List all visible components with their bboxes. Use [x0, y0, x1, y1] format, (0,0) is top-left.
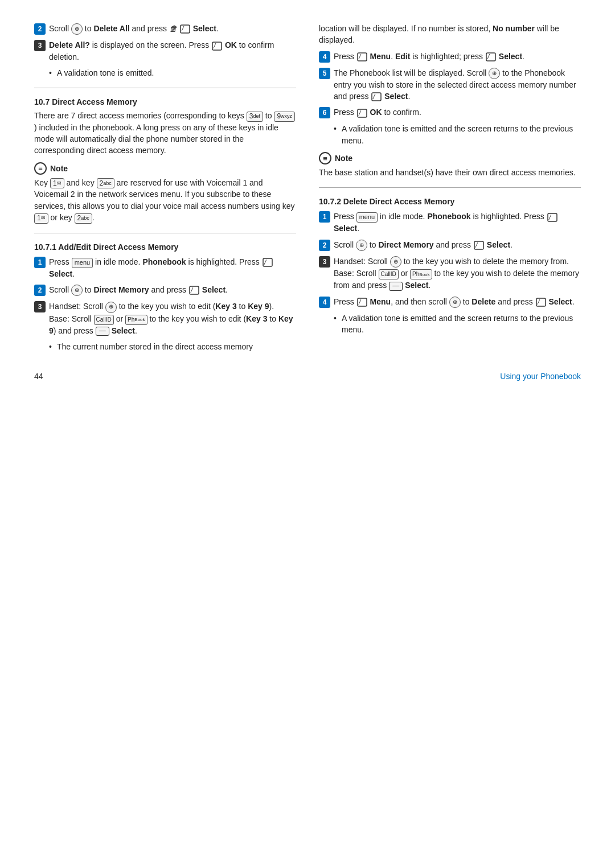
right-top-text: location will be displayed. If no number… [319, 23, 581, 46]
select-slash-1072-1: / [547, 213, 557, 222]
left-column: 2 Scroll ⊕ to Delete All and press 🗑 / S… [34, 23, 296, 355]
divider-1 [34, 88, 296, 88]
select-slash-icon: / [180, 24, 190, 34]
key-3: 3def [247, 112, 263, 122]
step-1072-2: 2 Scroll ⊕ to Direct Memory and press / … [319, 239, 581, 251]
step-1071-1: 1 Press menu in idle mode. Phonebook is … [34, 256, 296, 279]
section-1072-heading: 10.7.2 Delete Direct Access Memory [319, 197, 581, 206]
step-right-5-content: The Phonebook list will be displayed. Sc… [334, 67, 581, 102]
select-slash-1071-1: / [263, 258, 273, 267]
step-badge-1072-2: 2 [319, 240, 330, 251]
section-107-body: There are 7 direct access memories (corr… [34, 110, 296, 157]
step-badge-1072-3: 3 [319, 256, 330, 268]
step-badge-1071-2: 2 [34, 285, 46, 296]
step-badge-1072-1: 1 [319, 211, 330, 223]
scroll-icon-2pre: ⊕ [71, 23, 83, 35]
svg-text:/: / [475, 241, 478, 249]
ok-slash-icon: / [212, 42, 222, 51]
note-key-1: 1✉ [50, 178, 64, 188]
svg-text:/: / [264, 258, 267, 266]
page-number: 44 [34, 372, 43, 381]
divider-2 [34, 233, 296, 233]
step-right-4: 4 Press / Menu. Edit is highlighted; pre… [319, 51, 581, 63]
step-badge-1072-4: 4 [319, 297, 330, 308]
bullet-right-6: A validation tone is emitted and the scr… [342, 123, 581, 146]
step-1072-1: 1 Press menu in idle mode. Phonebook is … [319, 211, 581, 234]
step-2-pre-content: Scroll ⊕ to Delete All and press 🗑 / Sel… [49, 23, 296, 35]
note-key-2: 2abc [97, 178, 114, 188]
bullet-validation-pre: A validation tone is emitted. [57, 67, 296, 79]
svg-text:/: / [181, 25, 184, 33]
select-slash-1072-4: / [536, 298, 546, 307]
step-1071-2: 2 Scroll ⊕ to Direct Memory and press / … [34, 284, 296, 296]
step-right-5: 5 The Phonebook list will be displayed. … [319, 67, 581, 102]
svg-text:/: / [358, 298, 362, 306]
note-box-1: ≡ Note Key 1✉ and key 2abc are reserved … [34, 162, 296, 224]
right-column: location will be displayed. If no number… [319, 23, 581, 355]
ok-slash-right-6: / [357, 109, 367, 118]
footer-text: Using your Phonebook [500, 372, 581, 381]
menu-key-1071-1: menu [72, 258, 93, 268]
note-text-2: The base station and handset(s) have the… [319, 167, 581, 178]
scroll-icon-1071-2: ⊕ [71, 285, 83, 296]
svg-text:/: / [190, 286, 194, 294]
note-box-2: ≡ Note The base station and handset(s) h… [319, 152, 581, 178]
step-badge-right-6: 6 [319, 107, 330, 118]
svg-text:/: / [537, 298, 540, 306]
svg-text:/: / [548, 213, 552, 221]
step-3-pre-content: Delete All? is displayed on the screen. … [49, 39, 296, 63]
divider-right-1 [319, 187, 581, 188]
phbook-icon-1071-3: PhBook [125, 315, 147, 325]
step-badge-3-pre: 3 [34, 40, 46, 51]
scroll-icon-1072-2: ⊕ [356, 240, 367, 251]
step-1071-1-content: Press menu in idle mode. Phonebook is hi… [49, 256, 296, 279]
note-key-2b: 2abc [75, 213, 92, 224]
scroll-icon-right-5: ⊕ [489, 68, 500, 79]
step-1072-3: 3 Handset: Scroll ⊕ to the key you wish … [319, 256, 581, 291]
minus-btn-1071-3: — [96, 327, 109, 336]
note-icon-1: ≡ [34, 162, 47, 175]
step-3-pre: 3 Delete All? is displayed on the screen… [34, 39, 296, 63]
step-badge-1071-3: 3 [34, 301, 46, 312]
scroll-icon-1072-3a: ⊕ [390, 256, 401, 268]
callid-icon-1071-3: CallID [94, 315, 114, 325]
step-1071-3-content: Handset: Scroll ⊕ to the key you wish to… [49, 301, 296, 336]
step-1072-1-content: Press menu in idle mode. Phonebook is hi… [334, 211, 581, 234]
note-title-1: ≡ Note [34, 162, 296, 175]
svg-text:/: / [487, 53, 490, 61]
scroll-icon-1071-3a: ⊕ [105, 302, 117, 313]
step-right-4-content: Press / Menu. Edit is highlighted; press… [334, 51, 581, 62]
page-footer: 44 Using your Phonebook [34, 372, 581, 381]
select-slash-right-5: / [371, 92, 382, 101]
note-key-1b: 1✉ [34, 213, 48, 224]
bullet-1071-3: The current number stored in the direct … [57, 341, 296, 352]
step-1072-4: 4 Press / Menu, and then scroll ⊕ to Del… [319, 296, 581, 308]
step-badge-2-pre: 2 [34, 23, 46, 35]
menu-slash-right-4: / [357, 52, 367, 61]
menu-slash-1072-4: / [357, 298, 367, 307]
select-slash-1072-2: / [474, 241, 484, 250]
svg-text:/: / [358, 109, 362, 117]
svg-text:/: / [213, 42, 216, 50]
select-btn-2pre: 🗑 / [169, 24, 193, 33]
section-1071-heading: 10.7.1 Add/Edit Direct Access Memory [34, 242, 296, 252]
scroll-icon-1072-4: ⊕ [449, 297, 461, 308]
note-text-1: Key 1✉ and key 2abc are reserved for use… [34, 177, 296, 224]
select-slash-1071-2: / [189, 286, 199, 295]
step-1072-2-content: Scroll ⊕ to Direct Memory and press / Se… [334, 239, 581, 251]
note-title-2: ≡ Note [319, 152, 581, 164]
step-1072-3-content: Handset: Scroll ⊕ to the key you wish to… [334, 256, 581, 291]
select-slash-right-4: / [486, 52, 496, 61]
step-1072-4-content: Press / Menu, and then scroll ⊕ to Delet… [334, 296, 581, 308]
step-right-6: 6 Press / OK to confirm. [319, 106, 581, 118]
svg-text:/: / [358, 53, 362, 61]
step-1071-2-content: Scroll ⊕ to Direct Memory and press / Se… [49, 284, 296, 296]
page-layout: 2 Scroll ⊕ to Delete All and press 🗑 / S… [34, 23, 581, 355]
step-2-pre: 2 Scroll ⊕ to Delete All and press 🗑 / S… [34, 23, 296, 35]
minus-btn-1072-3: — [389, 282, 403, 291]
callid-icon-1072-3: CallID [379, 269, 399, 279]
menu-key-1072-1: menu [356, 212, 378, 223]
step-badge-right-4: 4 [319, 51, 330, 63]
section-107-heading: 10.7 Direct Access Memory [34, 97, 296, 106]
step-1071-3: 3 Handset: Scroll ⊕ to the key you wish … [34, 301, 296, 336]
